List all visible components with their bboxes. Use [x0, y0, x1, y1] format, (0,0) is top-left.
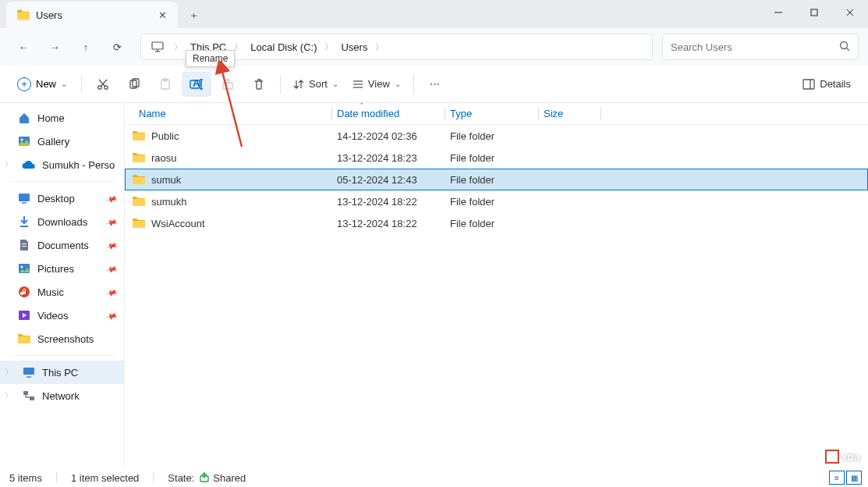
- up-button[interactable]: ↑: [72, 33, 100, 61]
- sidebar-documents[interactable]: Documents 📌: [0, 233, 124, 257]
- window-controls: [760, 0, 868, 25]
- main-area: Home Gallery 〉 Sumukh - Perso Desktop 📌 …: [0, 103, 868, 468]
- pin-icon: 📌: [105, 309, 118, 322]
- svg-text:A: A: [193, 78, 200, 89]
- chevron-right-icon[interactable]: 〉: [5, 390, 16, 401]
- sidebar-this-pc[interactable]: 〉 This PC: [0, 361, 124, 384]
- refresh-button[interactable]: ⟳: [103, 33, 131, 61]
- new-button[interactable]: + New ⌄: [9, 72, 75, 97]
- home-icon: [17, 112, 31, 124]
- maximize-button[interactable]: [796, 0, 832, 25]
- copy-button[interactable]: [119, 72, 149, 97]
- pictures-icon: [17, 263, 31, 274]
- column-size[interactable]: Size: [534, 108, 597, 119]
- details-button[interactable]: Details: [795, 78, 859, 90]
- pin-icon: 📌: [105, 192, 118, 204]
- divider: [153, 472, 154, 483]
- back-button[interactable]: ←: [9, 33, 37, 61]
- cell-type: File folder: [441, 196, 534, 208]
- sidebar-network[interactable]: 〉 Network: [0, 384, 124, 407]
- paste-button[interactable]: [151, 72, 180, 97]
- folder-icon: [133, 174, 145, 185]
- cell-type: File folder: [441, 130, 534, 142]
- sidebar-pictures[interactable]: Pictures 📌: [0, 257, 124, 280]
- sidebar-gallery[interactable]: Gallery: [0, 130, 124, 153]
- sort-icon: [293, 79, 304, 90]
- sidebar-desktop[interactable]: Desktop 📌: [0, 187, 124, 210]
- column-date[interactable]: Date modified: [328, 108, 441, 119]
- minimize-button[interactable]: [760, 0, 796, 25]
- sidebar-home[interactable]: Home: [0, 106, 124, 130]
- sidebar-videos[interactable]: Videos 📌: [0, 304, 124, 327]
- new-tab-button[interactable]: ＋: [181, 3, 206, 28]
- cell-date: 13-12-2024 18:23: [328, 152, 441, 164]
- chevron-right-icon[interactable]: 〉: [5, 367, 16, 378]
- chevron-down-icon: ⌄: [332, 80, 338, 88]
- close-tab-icon[interactable]: ✕: [156, 9, 168, 21]
- shared-status: Shared: [213, 472, 246, 484]
- share-button[interactable]: [213, 72, 243, 97]
- column-resize[interactable]: [445, 107, 445, 121]
- watermark: xda: [825, 450, 860, 464]
- svg-rect-31: [19, 194, 30, 201]
- delete-button[interactable]: [244, 72, 274, 97]
- cell-type: File folder: [441, 218, 534, 229]
- sidebar-onedrive[interactable]: 〉 Sumukh - Perso: [0, 153, 124, 176]
- chevron-right-icon[interactable]: 〉: [321, 41, 336, 53]
- search-icon[interactable]: [839, 41, 850, 54]
- cell-date: 05-12-2024 12:43: [328, 174, 441, 186]
- details-view-button[interactable]: ≡: [829, 471, 845, 485]
- file-name: sumuk: [151, 174, 181, 186]
- svg-rect-35: [22, 246, 27, 247]
- view-button[interactable]: View ⌄: [346, 72, 407, 97]
- table-row[interactable]: Public 14-12-2024 02:36 File folder: [125, 125, 868, 147]
- svg-rect-1: [811, 9, 817, 16]
- column-type[interactable]: Type: [441, 108, 534, 119]
- cut-button[interactable]: [88, 72, 118, 97]
- more-button[interactable]: ⋯: [420, 72, 450, 97]
- downloads-icon: [17, 215, 31, 228]
- sidebar-screenshots[interactable]: Screenshots: [0, 327, 124, 350]
- divider: [9, 181, 115, 182]
- pin-icon: 📌: [105, 286, 118, 298]
- column-resize[interactable]: [538, 107, 539, 121]
- column-resize[interactable]: [601, 107, 601, 121]
- pc-icon: [144, 41, 171, 52]
- column-resize[interactable]: [331, 107, 332, 121]
- column-name[interactable]: Name: [125, 108, 328, 119]
- table-row[interactable]: sumukh 13-12-2024 18:22 File folder: [125, 190, 868, 212]
- svg-point-30: [21, 139, 23, 141]
- tab-users[interactable]: Users ✕: [6, 2, 178, 28]
- table-row[interactable]: sumuk 05-12-2024 12:43 File folder: [125, 169, 868, 190]
- item-count: 5 items: [9, 472, 42, 484]
- sort-label: Sort: [309, 78, 328, 90]
- svg-point-37: [21, 266, 23, 268]
- close-window-button[interactable]: [832, 0, 868, 25]
- search-box[interactable]: [662, 34, 859, 60]
- gallery-icon: [17, 136, 31, 147]
- onedrive-icon: [22, 160, 36, 169]
- column-headers: ⌃ Name Date modified Type Size: [125, 103, 868, 125]
- table-row[interactable]: raosu 13-12-2024 18:23 File folder: [125, 147, 868, 169]
- cell-name: sumukh: [125, 196, 328, 208]
- icons-view-button[interactable]: ▦: [846, 471, 862, 485]
- chevron-right-icon[interactable]: 〉: [171, 41, 186, 53]
- chevron-right-icon[interactable]: 〉: [5, 159, 16, 170]
- forward-button[interactable]: →: [41, 33, 69, 61]
- sidebar-downloads[interactable]: Downloads 📌: [0, 210, 124, 233]
- breadcrumb-users[interactable]: Users: [336, 41, 372, 53]
- watermark-box-icon: [825, 450, 839, 464]
- divider: [280, 75, 281, 94]
- breadcrumb-local-disk[interactable]: Local Disk (C:): [246, 41, 321, 53]
- folder-icon: [17, 9, 30, 20]
- table-row[interactable]: WsiAccount 13-12-2024 18:22 File folder: [125, 212, 868, 234]
- search-input[interactable]: [671, 41, 839, 53]
- details-label: Details: [820, 78, 851, 90]
- chevron-right-icon[interactable]: 〉: [372, 41, 387, 53]
- status-bar: 5 items 1 item selected State: Shared ≡ …: [0, 468, 868, 487]
- sidebar: Home Gallery 〉 Sumukh - Perso Desktop 📌 …: [0, 103, 125, 468]
- music-icon: [17, 286, 31, 298]
- sort-button[interactable]: Sort ⌄: [287, 72, 345, 97]
- rename-button[interactable]: A: [182, 72, 211, 97]
- sidebar-music[interactable]: Music 📌: [0, 280, 124, 304]
